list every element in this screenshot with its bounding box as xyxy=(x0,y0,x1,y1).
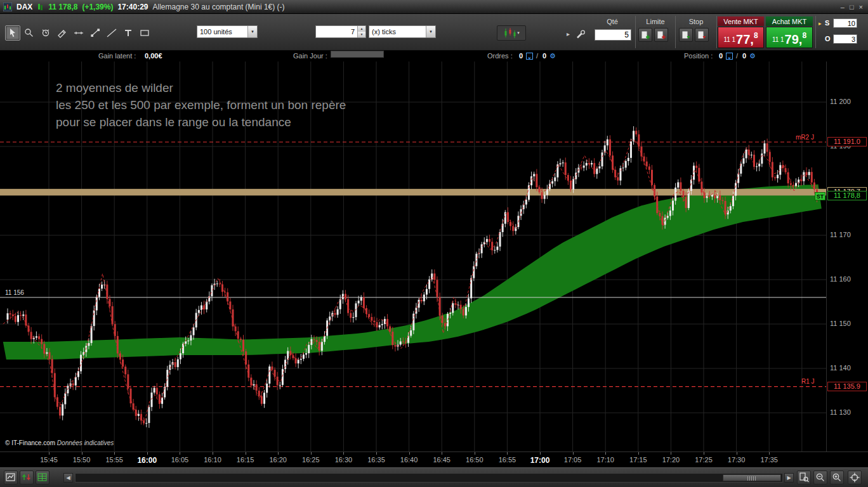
close-position-icon[interactable]: × xyxy=(726,53,733,60)
chart-style-button[interactable]: ▾ xyxy=(497,25,526,41)
sell-mkt-button[interactable]: 11 1 77, 8 xyxy=(718,27,764,48)
time-tick xyxy=(769,452,770,455)
price-axis[interactable]: 11 13011 14011 15011 16011 17011 18011 1… xyxy=(826,62,868,451)
time-tick xyxy=(114,452,115,455)
title-bar: DAX 11 178,8 (+1,39%) 17:40:29 Allemagne… xyxy=(0,0,868,14)
ticks-count-spinner[interactable]: ▲ ▼ xyxy=(315,25,366,38)
gain-latent-label: Gain latent : xyxy=(98,51,136,62)
bottom-toolbar: ◀ ▶ xyxy=(0,467,868,487)
eraser-tool-button[interactable] xyxy=(55,25,70,41)
position-gear-icon[interactable]: ⚙ xyxy=(749,51,756,62)
close-button[interactable]: × xyxy=(859,3,863,11)
buy-price-sup: 8 xyxy=(802,31,806,40)
chevron-down-icon[interactable]: ▾ xyxy=(247,26,257,37)
buy-mkt-button[interactable]: 11 1 79, 8 xyxy=(766,27,813,48)
last-price: 11 178,8 xyxy=(48,3,77,11)
positions-grid-button[interactable] xyxy=(36,471,49,484)
zoom-tool-button[interactable] xyxy=(22,25,37,41)
wrench-icon[interactable] xyxy=(575,29,586,41)
chevron-down-icon[interactable]: ▾ xyxy=(517,30,520,36)
sell-stop-button[interactable] xyxy=(695,28,709,42)
pointer-tool-button[interactable] xyxy=(5,25,20,41)
ticks-unit-select[interactable]: (x) ticks ▾ xyxy=(369,25,436,38)
divider xyxy=(675,16,676,48)
price-tick-label: 11 160 xyxy=(830,275,851,283)
horizontal-line-tool-button[interactable] xyxy=(71,25,86,41)
scroll-right-button[interactable]: ▶ xyxy=(784,473,794,483)
ticks-count-input[interactable] xyxy=(316,28,357,36)
alarm-icon xyxy=(40,27,51,39)
sell-limit-button[interactable] xyxy=(654,28,668,42)
divider xyxy=(815,16,816,48)
gain-latent-value: 0,00€ xyxy=(145,51,162,62)
qty-input[interactable] xyxy=(595,29,631,41)
time-tick-label: 15:50 xyxy=(69,456,95,464)
zoom-in-button[interactable] xyxy=(830,471,844,484)
orders-gear-icon[interactable]: ⚙ xyxy=(549,51,556,62)
symbol-name: DAX xyxy=(16,3,32,11)
print-preview-button[interactable] xyxy=(797,471,811,484)
time-tick xyxy=(605,452,606,455)
zoom-out-button[interactable] xyxy=(813,471,827,484)
time-tick-label: 16:00 xyxy=(135,456,160,465)
time-tick xyxy=(409,452,410,455)
chart-scrollbar[interactable] xyxy=(75,473,783,483)
chart-area[interactable]: 2 moyennes de wilder les 250 et les 500 … xyxy=(0,62,826,451)
time-tick-label: 16:30 xyxy=(331,456,356,464)
trendline-icon xyxy=(106,27,117,39)
units-select[interactable]: 100 unités ▾ xyxy=(197,25,258,38)
chevron-down-icon[interactable]: ▾ xyxy=(426,26,435,37)
orders-panel-button[interactable] xyxy=(20,471,34,484)
time-tick xyxy=(246,452,246,455)
orders-count2: 0 xyxy=(542,51,546,62)
scrollbar-thumb[interactable] xyxy=(723,474,781,481)
scroll-left-button[interactable]: ◀ xyxy=(63,473,73,483)
candlestick-style-icon xyxy=(503,27,517,39)
time-tick-label: 17:10 xyxy=(593,456,618,464)
spinner[interactable]: ▲ ▼ xyxy=(357,26,365,37)
text-tool-button[interactable] xyxy=(121,25,136,41)
time-tick xyxy=(180,452,180,455)
app-icon xyxy=(3,3,12,11)
buy-limit-button[interactable] xyxy=(638,28,652,42)
time-tick-label: 16:20 xyxy=(265,456,291,464)
time-tick-label: 17:00 xyxy=(527,456,553,465)
qty-header: Qté xyxy=(593,16,631,26)
buy-stop-button[interactable] xyxy=(679,28,693,42)
st-badge: ST xyxy=(815,192,825,200)
s-label: S xyxy=(825,19,829,27)
time-tick-label: 16:45 xyxy=(429,456,454,464)
time-tick xyxy=(49,452,49,455)
restore-button[interactable]: □ xyxy=(850,3,854,11)
time-tick xyxy=(376,452,377,455)
time-tick-label: 17:15 xyxy=(626,456,651,464)
spinner-down-icon[interactable]: ▼ xyxy=(358,32,365,37)
instrument-icon xyxy=(37,3,44,11)
trendline-tool-button[interactable] xyxy=(104,25,119,41)
chart-settings-button[interactable] xyxy=(4,471,18,484)
minimize-button[interactable]: – xyxy=(841,3,845,11)
alert-tool-button[interactable] xyxy=(38,25,53,41)
watermark-note: Données indicatives xyxy=(57,439,114,446)
time-tick xyxy=(540,452,541,455)
rectangle-icon xyxy=(139,27,150,39)
rectangle-tool-button[interactable] xyxy=(137,25,152,41)
time-tick-label: 16:55 xyxy=(494,456,520,464)
info-bar: Gain latent : 0,00€ Gain Jour : Ordres :… xyxy=(0,51,868,62)
segment-tool-button[interactable] xyxy=(88,25,103,41)
eraser-icon xyxy=(56,27,68,39)
time-axis[interactable]: 15:4515:5015:5516:0016:0516:1016:1516:20… xyxy=(0,451,868,467)
o-label: O xyxy=(825,35,831,42)
panel-chevron-icon[interactable]: ▸ xyxy=(567,30,570,37)
sell-price-prefix: 11 1 xyxy=(723,36,735,43)
price-tick-label: 11 170 xyxy=(830,231,851,238)
time-tick xyxy=(671,452,671,455)
s-input[interactable] xyxy=(833,18,857,28)
spinner-up-icon[interactable]: ▲ xyxy=(358,26,365,32)
o-input[interactable] xyxy=(833,34,857,44)
crosshair-button[interactable] xyxy=(848,471,862,484)
annotation-line: pour se placer dans le range ou la tenda… xyxy=(56,114,346,131)
position-count2: 0 xyxy=(742,51,746,62)
cancel-orders-icon[interactable]: × xyxy=(526,53,533,60)
time-tick-label: 16:40 xyxy=(397,456,422,464)
